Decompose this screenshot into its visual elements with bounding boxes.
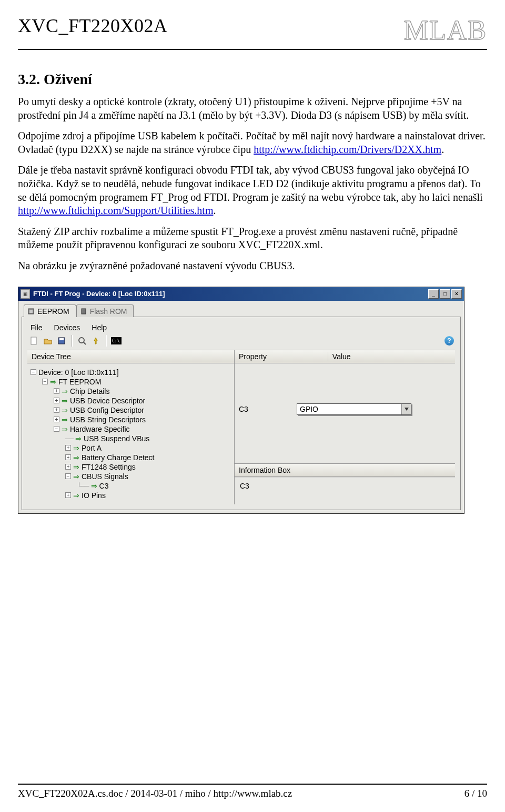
- collapse-icon[interactable]: −: [31, 369, 36, 375]
- outer-pane: EEPROM Flash ROM File Devices Help: [18, 301, 464, 513]
- chevron-down-icon[interactable]: [401, 404, 411, 414]
- property-header: Property Value: [235, 350, 455, 363]
- page-header: XVC_FT220X02A MLAB: [18, 15, 487, 46]
- tree-item-usbconf[interactable]: +⇒USB Config Descriptor: [31, 405, 231, 415]
- toolbar: C:\ ?: [27, 333, 455, 350]
- arrow-icon: ⇒: [62, 406, 68, 414]
- value-dropdown[interactable]: GPIO: [297, 403, 411, 415]
- section-number: 3.2.: [18, 71, 40, 87]
- arrow-icon: ⇒: [73, 463, 79, 471]
- tree-item-iopins[interactable]: +⇒IO Pins: [31, 491, 231, 500]
- expand-icon[interactable]: +: [54, 398, 59, 403]
- infobox-panel: Information Box C3: [235, 463, 455, 504]
- svg-line-7: [84, 342, 86, 344]
- tree-item-label: C3: [99, 482, 109, 490]
- paragraph-5: Na obrázku je zvýrazněné požadované nast…: [18, 259, 487, 273]
- infobox-body: C3: [235, 477, 455, 504]
- chip-icon: [27, 308, 35, 315]
- svg-text:C:\: C:\: [112, 339, 120, 343]
- property-body: C3 GPIO: [235, 363, 455, 463]
- titlebar[interactable]: ▣ FTDI - FT Prog - Device: 0 [Loc ID:0x1…: [18, 287, 464, 301]
- minimize-button[interactable]: _: [428, 289, 439, 299]
- tab-flashrom-label: Flash ROM: [90, 307, 127, 316]
- expand-icon[interactable]: +: [54, 388, 59, 394]
- svg-rect-2: [82, 309, 86, 314]
- tree-item-c3[interactable]: └──⇒C3: [31, 481, 231, 491]
- collapse-icon[interactable]: −: [42, 379, 48, 384]
- svg-rect-1: [29, 310, 33, 313]
- window-title: FTDI - FT Prog - Device: 0 [Loc ID:0x111…: [33, 290, 427, 298]
- svg-rect-3: [31, 337, 36, 344]
- tree-item-label: FT1248 Settings: [82, 463, 136, 471]
- program-button[interactable]: [90, 335, 102, 347]
- cmd-button[interactable]: C:\: [110, 335, 122, 347]
- section-title-text: Oživení: [44, 71, 92, 87]
- tree-item-usbstr[interactable]: +⇒USB String Descriptors: [31, 415, 231, 424]
- expand-icon[interactable]: +: [54, 417, 59, 422]
- tab-eeprom-label: EEPROM: [37, 307, 69, 316]
- tree-item-porta[interactable]: +⇒Port A: [31, 443, 231, 453]
- tab-content: File Devices Help C:\ ? Device Tree: [22, 317, 461, 510]
- property-panel: Property Value C3 GPIO: [235, 350, 455, 504]
- device-root-label: Device: 0 [Loc ID:0x111]: [38, 368, 119, 377]
- arrow-icon: ⇒: [62, 387, 68, 395]
- tree-fteeprom[interactable]: −⇒FT EEPROM: [31, 377, 231, 387]
- link-utilities[interactable]: http://www.ftdichip.com/Support/Utilitie…: [18, 205, 213, 216]
- scan-button[interactable]: [76, 335, 88, 347]
- page-footer: XVC_FT220X02A.cs.doc / 2014-03-01 / miho…: [18, 784, 487, 799]
- expand-icon[interactable]: +: [54, 407, 59, 413]
- separator: [106, 335, 106, 347]
- tree-item-label: IO Pins: [82, 491, 106, 500]
- fteeprom-label: FT EEPROM: [58, 378, 101, 386]
- collapse-icon[interactable]: −: [54, 426, 59, 432]
- tree-item-label: Battery Charge Detect: [82, 453, 155, 462]
- tree-item-battery[interactable]: +⇒Battery Charge Detect: [31, 453, 231, 462]
- ftprog-window: ▣ FTDI - FT Prog - Device: 0 [Loc ID:0x1…: [18, 287, 464, 514]
- app-icon: ▣: [21, 289, 30, 299]
- tree-root[interactable]: −Device: 0 [Loc ID:0x111]: [31, 368, 231, 377]
- p2-text-after: .: [441, 144, 444, 155]
- tree-item-suspend[interactable]: ──⇒USB Suspend VBus: [31, 434, 231, 443]
- tree-item-chip[interactable]: +⇒Chip Details: [31, 387, 231, 396]
- expand-icon[interactable]: +: [65, 492, 71, 498]
- paragraph-4: Stažený ZIP archiv rozbalíme a můžeme sp…: [18, 225, 487, 252]
- expand-icon[interactable]: +: [65, 445, 71, 451]
- open-button[interactable]: [42, 335, 54, 347]
- collapse-icon[interactable]: −: [65, 473, 71, 479]
- tree-item-label: USB Config Descriptor: [70, 406, 144, 414]
- menu-file[interactable]: File: [31, 323, 43, 332]
- expand-icon[interactable]: +: [65, 454, 71, 460]
- arrow-icon: ⇒: [62, 425, 68, 433]
- property-label: C3: [239, 405, 297, 413]
- arrow-icon: ⇒: [73, 444, 79, 452]
- tree-item-ft1248[interactable]: +⇒FT1248 Settings: [31, 462, 231, 472]
- infobox-header: Information Box: [235, 464, 455, 477]
- maximize-button[interactable]: □: [440, 289, 450, 299]
- close-button[interactable]: ×: [451, 289, 462, 299]
- tree-item-usbdev[interactable]: +⇒USB Device Descriptor: [31, 396, 231, 405]
- save-button[interactable]: [56, 335, 67, 347]
- grid-area: Device Tree −Device: 0 [Loc ID:0x111] −⇒…: [27, 350, 455, 504]
- footer-left: XVC_FT220X02A.cs.doc / 2014-03-01 / miho…: [18, 788, 292, 799]
- leaf-icon: └──: [77, 482, 89, 490]
- expand-icon[interactable]: +: [65, 464, 71, 470]
- help-button[interactable]: ?: [445, 336, 454, 346]
- arrow-icon: ⇒: [62, 415, 68, 424]
- tree-item-hw[interactable]: −⇒Hardware Specific: [31, 424, 231, 434]
- tree-item-cbus[interactable]: −⇒CBUS Signals: [31, 472, 231, 481]
- property-row-c3: C3 GPIO: [235, 403, 455, 415]
- arrow-icon: ⇒: [62, 397, 68, 405]
- paragraph-3: Dále je třeba nastavit správně konfigura…: [18, 164, 487, 217]
- arrow-icon: ⇒: [75, 434, 82, 443]
- svg-point-6: [79, 338, 84, 343]
- tree-item-label: USB Device Descriptor: [70, 397, 145, 405]
- tab-flashrom[interactable]: Flash ROM: [76, 304, 134, 317]
- new-button[interactable]: [28, 335, 40, 347]
- device-tree[interactable]: −Device: 0 [Loc ID:0x111] −⇒FT EEPROM +⇒…: [27, 363, 234, 504]
- link-d2xx[interactable]: http://www.ftdichip.com/Drivers/D2XX.htm: [254, 144, 441, 155]
- doc-title: XVC_FT220X02A: [18, 15, 168, 37]
- menu-help[interactable]: Help: [92, 323, 107, 332]
- tab-eeprom[interactable]: EEPROM: [24, 304, 76, 317]
- dropdown-value: GPIO: [297, 405, 401, 413]
- menu-devices[interactable]: Devices: [54, 323, 80, 332]
